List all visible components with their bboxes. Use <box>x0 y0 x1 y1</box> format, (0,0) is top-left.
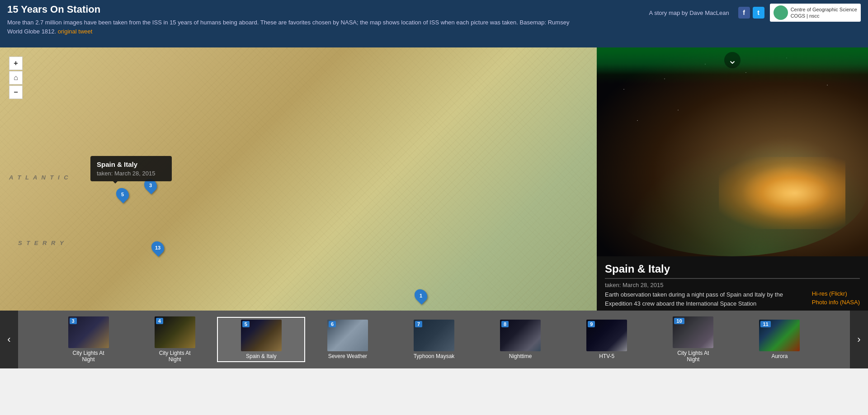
thumbnail-item-10[interactable]: 10 City Lights At Night <box>650 315 736 364</box>
map-label-stery: S T E R R Y <box>18 240 65 246</box>
marker-num-5: 5 <box>121 192 124 197</box>
thumb-label-3: City Lights At Night <box>66 350 111 363</box>
info-description-row: Earth observation taken during a night p… <box>605 290 860 308</box>
chevron-down-icon[interactable]: ⌄ <box>724 52 741 68</box>
photo-date: taken: March 28, 2015 <box>605 282 860 288</box>
next-arrow-icon: › <box>857 334 860 345</box>
zoom-home-button[interactable]: ⌂ <box>9 71 23 85</box>
thumb-label-8: Nighttime <box>509 353 532 359</box>
marker-pin-1: 1 <box>412 287 430 305</box>
thumb-image-8: 8 <box>500 320 541 351</box>
thumb-label-4: City Lights At Night <box>152 350 198 363</box>
thumb-num-5: 5 <box>242 321 250 327</box>
info-area: Spain & Italy taken: March 28, 2015 Eart… <box>597 256 868 314</box>
cogs-line1: Centre of Geographic Science <box>791 6 857 13</box>
thumb-num-3: 3 <box>70 318 77 324</box>
thumb-image-6: 6 <box>327 320 368 351</box>
marker-num-13: 13 <box>155 245 160 250</box>
thumbnail-item-5[interactable]: 5 Spain & Italy <box>218 318 304 361</box>
hires-link[interactable]: Hi-res (Flickr) <box>812 290 860 297</box>
thumb-image-9: 9 <box>586 320 627 351</box>
map-tooltip: Spain & Italy taken: March 28, 2015 <box>90 156 172 181</box>
thumb-label-9: HTV-5 <box>599 353 614 359</box>
thumbnail-item-6[interactable]: 6 Severe Weather <box>304 318 391 361</box>
thumb-label-6: Severe Weather <box>328 353 368 359</box>
tooltip-date: taken: March 28, 2015 <box>97 170 165 177</box>
zoom-controls: + ⌂ − <box>9 57 23 99</box>
marker-num-1: 1 <box>420 293 422 298</box>
cogs-emblem <box>774 5 788 20</box>
thumb-num-7: 7 <box>415 321 422 327</box>
thumb-image-5: 5 <box>241 320 282 351</box>
strip-next-button[interactable]: › <box>850 311 868 368</box>
map-marker-13[interactable]: 13 <box>152 241 164 255</box>
strip-items: 3 City Lights At Night 4 City Lights At … <box>23 315 845 364</box>
header-description: More than 2.7 million images have been t… <box>7 18 586 36</box>
cogs-logo[interactable]: Centre of Geographic Science COGS | nscc <box>770 4 861 22</box>
zoom-out-button[interactable]: − <box>9 85 23 99</box>
right-panel: ⌄ Spain & Italy taken: March 28, 2015 Ea… <box>597 47 868 314</box>
thumb-num-8: 8 <box>501 321 509 327</box>
map-marker-5[interactable]: 5 <box>117 188 128 201</box>
marker-num-3: 3 <box>149 183 152 188</box>
thumb-image-10: 10 <box>673 316 713 348</box>
photo-title: Spain & Italy <box>605 263 860 275</box>
map-container[interactable]: A T L A N T I C S T E R R Y Spain & Ital… <box>0 47 597 314</box>
thumb-label-5: Spain & Italy <box>246 353 276 359</box>
map-label-atlantic: A T L A N T I C <box>9 174 70 181</box>
info-divider <box>605 278 860 279</box>
map-marker-1[interactable]: 1 <box>415 289 427 302</box>
main-area: A T L A N T I C S T E R R Y Spain & Ital… <box>0 47 868 368</box>
tooltip-title: Spain & Italy <box>97 160 165 168</box>
marker-pin-13: 13 <box>149 239 167 257</box>
thumb-label-7: Typhoon Maysak <box>414 353 455 359</box>
image-area: ⌄ <box>597 47 868 256</box>
thumbnail-item-3[interactable]: 3 City Lights At Night <box>45 315 132 364</box>
thumb-num-10: 10 <box>674 318 684 324</box>
thumb-image-3: 3 <box>68 316 109 348</box>
thumbnail-item-7[interactable]: 7 Typhoon Maysak <box>391 318 477 361</box>
photo-description: Earth observation taken during a night p… <box>605 290 805 308</box>
map-background: A T L A N T I C S T E R R Y Spain & Ital… <box>0 47 597 314</box>
header: 15 Years On Station More than 2.7 millio… <box>0 0 868 47</box>
thumb-image-11: 11 <box>759 320 800 351</box>
thumb-image-7: 7 <box>414 320 454 351</box>
thumb-image-4: 4 <box>155 316 195 348</box>
thumb-label-10: City Lights At Night <box>670 350 716 363</box>
cogs-text: Centre of Geographic Science COGS | nscc <box>791 6 857 19</box>
thumb-num-9: 9 <box>588 321 595 327</box>
strip-prev-button[interactable]: ‹ <box>0 311 18 368</box>
marker-pin-5: 5 <box>113 185 132 203</box>
thumb-label-11: Aurora <box>771 353 788 359</box>
prev-arrow-icon: ‹ <box>7 334 10 345</box>
thumbnail-item-4[interactable]: 4 City Lights At Night <box>132 315 218 364</box>
header-right: A story map by Dave MacLean f t Centre o… <box>649 4 861 22</box>
thumb-num-11: 11 <box>760 321 770 327</box>
header-left: 15 Years On Station More than 2.7 millio… <box>7 4 649 36</box>
thumbnail-item-9[interactable]: 9 HTV-5 <box>564 318 650 361</box>
iss-photo <box>597 47 868 256</box>
page-title: 15 Years On Station <box>7 4 649 15</box>
facebook-icon[interactable]: f <box>738 7 750 19</box>
city-lights <box>719 157 845 229</box>
thumbnail-item-8[interactable]: 8 Nighttime <box>477 318 564 361</box>
thumb-num-6: 6 <box>329 321 336 327</box>
cogs-line2: COGS | nscc <box>791 13 857 19</box>
thumbnail-strip: ‹ › 3 City Lights At Night 4 City Lights… <box>0 311 868 368</box>
story-credit: A story map by Dave MacLean <box>649 9 729 16</box>
zoom-in-button[interactable]: + <box>9 57 23 70</box>
twitter-icon[interactable]: t <box>753 7 764 19</box>
photo-info-link[interactable]: Photo info (NASA) <box>812 299 860 306</box>
original-tweet-link[interactable]: original tweet <box>58 28 93 35</box>
info-links: Hi-res (Flickr) Photo info (NASA) <box>812 290 860 308</box>
thumbnail-item-11[interactable]: 11 Aurora <box>736 318 823 361</box>
social-icons: f t <box>738 7 764 19</box>
thumb-num-4: 4 <box>156 318 163 324</box>
